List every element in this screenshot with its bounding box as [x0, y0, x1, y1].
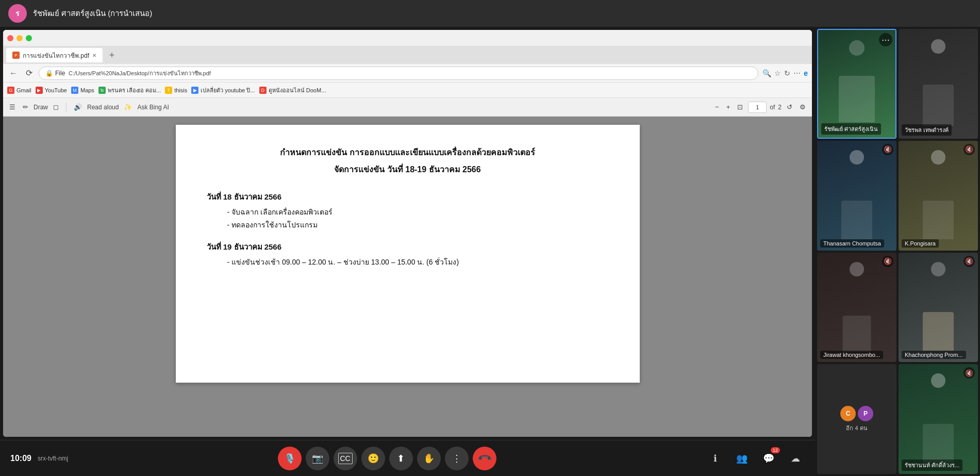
- pdf-toolbar: ☰ ✏ Draw ◻ 🔊 Read aloud ✨ Ask Bing AI − …: [3, 98, 812, 117]
- browser-window: P การแข่งขันไทกวาซีพ.pdf ✕ + ← ⟳ 🔒 File …: [3, 30, 812, 437]
- pdf-page-total: 2: [778, 104, 782, 111]
- address-input[interactable]: 🔒 File C:/Users/Pat%20NaJa/Desktop/การแข…: [39, 67, 758, 80]
- window-maximize-btn[interactable]: [26, 35, 32, 41]
- side-controls: ℹ 👥 💬 12 ☁: [706, 449, 805, 468]
- new-tab-btn[interactable]: +: [105, 48, 119, 62]
- group-label: อีก 4 คน: [846, 423, 867, 433]
- video-mute-icon-5: 🔇: [964, 256, 975, 267]
- end-call-btn[interactable]: 📞: [473, 447, 496, 470]
- bookmark-youtube2[interactable]: ▶ เปลลี่ยตัว youtube ปิ...: [191, 86, 255, 95]
- tab-title: การแข่งขันไทกวาซีพ.pdf: [23, 51, 89, 60]
- mic-btn[interactable]: 🎙️: [278, 447, 302, 470]
- address-separator: [65, 70, 69, 77]
- pdf-eraser-btn[interactable]: ◻: [51, 102, 61, 112]
- browser-menu-btn[interactable]: ⋯: [793, 69, 801, 77]
- pdf-draw-tool-btn[interactable]: ✏: [21, 102, 30, 112]
- pdf-sidebar-btn[interactable]: ☰: [7, 102, 18, 112]
- bookmark-btn[interactable]: ☆: [774, 69, 781, 77]
- pdf-zoom-out-btn[interactable]: −: [713, 102, 721, 112]
- main-area: P การแข่งขันไทกวาซีพ.pdf ✕ + ← ⟳ 🔒 File …: [0, 27, 980, 476]
- tab-close-btn[interactable]: ✕: [92, 53, 96, 58]
- pdf-tab-icon: P: [12, 52, 20, 59]
- tab-bar: P การแข่งขันไทกวาซีพ.pdf ✕ +: [3, 46, 812, 64]
- controls-area: 🎙️ 📷 CC 🙂 ⬆: [278, 447, 496, 470]
- window-minimize-btn[interactable]: [16, 35, 23, 41]
- browser-titlebar: [3, 30, 812, 46]
- info-icon: ℹ: [713, 453, 717, 464]
- address-bar: ← ⟳ 🔒 File C:/Users/Pat%20NaJa/Desktop/ก…: [3, 64, 812, 83]
- pdf-day2-title: วันที่ 19 ธันวาคม 2566: [207, 240, 609, 254]
- presenter-name: รัชพัฒย์ ศาสตร์สูงเนิน (การนำเสนอ): [33, 7, 152, 20]
- window-close-btn[interactable]: [7, 35, 13, 41]
- people-btn[interactable]: 👥: [733, 449, 751, 468]
- edge-icon[interactable]: e: [804, 69, 808, 77]
- present-btn[interactable]: ⬆: [389, 447, 413, 470]
- captions-btn[interactable]: CC: [334, 447, 357, 470]
- info-btn[interactable]: ℹ: [706, 449, 724, 468]
- pdf-rotate-btn[interactable]: ↺: [785, 102, 794, 112]
- camera-icon: 📷: [312, 453, 323, 464]
- video-cell-0[interactable]: ⋯ รัชพัฒย์ ศาสตร์สูงเนิน: [817, 29, 896, 139]
- video-mute-icon-4: 🔇: [882, 256, 893, 267]
- pdf-read-aloud-label: Read aloud: [87, 104, 119, 111]
- meeting-id: srx-tvft-nmj: [38, 455, 68, 462]
- activities-btn[interactable]: ☁: [786, 449, 805, 468]
- chat-icon: 💬: [763, 453, 774, 464]
- address-url: C:/Users/Pat%20NaJa/Desktop/การแข่งขันไท…: [69, 69, 211, 78]
- pdf-page-input[interactable]: [748, 102, 767, 113]
- video-name-4: Jirawat khongsombo...: [820, 351, 883, 359]
- chat-badge: 12: [771, 447, 780, 453]
- group-avatar-1: C: [840, 406, 856, 421]
- chat-btn[interactable]: 💬 12: [759, 449, 778, 468]
- group-avatars: C P: [840, 406, 873, 421]
- video-mute-icon-2: 🔇: [882, 144, 893, 155]
- back-btn[interactable]: ←: [7, 68, 20, 79]
- pdf-day1-item2: - ทดลองการใช้งานโปรแกรม: [227, 219, 609, 232]
- pdf-read-aloud-btn[interactable]: 🔊: [72, 102, 84, 112]
- video-name-5: Khachonphong Prom...: [902, 351, 966, 359]
- more-options-btn[interactable]: ⋮: [445, 447, 469, 470]
- video-cell-3[interactable]: 🔇 K.Pongisara: [899, 141, 978, 251]
- bookmark-gmail[interactable]: G Gmail: [7, 87, 31, 94]
- video-cell-1[interactable]: วัชรพล เทพดำรงค์: [899, 29, 978, 139]
- pdf-fit-btn[interactable]: ⊡: [735, 102, 745, 112]
- raise-hand-btn[interactable]: ✋: [417, 447, 441, 470]
- pdf-day1-title: วันที่ 18 ธันวาคม 2566: [207, 190, 609, 204]
- video-cell-7[interactable]: 🔇 รัชชานนท์ ศักดิ์ล้วงร...: [899, 364, 978, 474]
- pdf-settings-btn[interactable]: ⚙: [798, 102, 808, 112]
- bookmark-thisis[interactable]: T thisis: [165, 87, 187, 94]
- bookmark-youtube[interactable]: ▶ YouTube: [36, 87, 67, 94]
- bookmark-pronpakorn[interactable]: พ พรนคร เลือ๕อ คอม...: [98, 86, 161, 95]
- pdf-day2-item1: - แข่งขันช่วงเช้า 09.00 – 12.00 น. – ช่ว…: [227, 256, 609, 269]
- video-grid: ⋯ รัชพัฒย์ ศาสตร์สูงเนิน วัชรพล เทพดำรงค…: [815, 27, 980, 476]
- pdf-toolbar-sep1: [66, 103, 67, 112]
- video-mute-icon-7: 🔇: [964, 367, 975, 379]
- more-options-icon: ⋮: [452, 453, 461, 464]
- meeting-info: 10:09 srx-tvft-nmj: [10, 454, 68, 463]
- refresh-page-btn[interactable]: ↻: [784, 69, 790, 77]
- pdf-zoom-in-btn[interactable]: +: [724, 102, 733, 112]
- browser-tab-active[interactable]: P การแข่งขันไทกวาซีพ.pdf ✕: [6, 48, 103, 62]
- video-name-0: รัชพัฒย์ ศาสตร์สูงเนิน: [821, 123, 881, 135]
- video-cell-5[interactable]: 🔇 Khachonphong Prom...: [899, 253, 978, 363]
- present-icon: ⬆: [397, 453, 405, 464]
- video-cell-4[interactable]: 🔇 Jirawat khongsombo...: [817, 253, 896, 363]
- address-scheme: File: [55, 70, 65, 77]
- raise-hand-icon: ✋: [423, 453, 435, 464]
- bookmark-maps[interactable]: M Maps: [71, 87, 94, 94]
- pdf-day1-item1: - จับฉลาก เลือกเครื่องคอมพิวเตอร์: [227, 206, 609, 219]
- video-cell-2[interactable]: 🔇 Thanasarn Chomputsa: [817, 141, 896, 251]
- bookmark-doomovie[interactable]: D ดูหนังออนไลน์ DooM...: [259, 86, 326, 95]
- pdf-ask-bing-label: Ask Bing AI: [137, 104, 169, 111]
- camera-btn[interactable]: 📷: [306, 447, 329, 470]
- pdf-content[interactable]: กำหนดการแข่งขัน การออกแบบและเขียนแบบเครื…: [3, 117, 812, 437]
- video-more-btn-0[interactable]: ⋯: [879, 33, 892, 46]
- emoji-btn[interactable]: 🙂: [361, 447, 385, 470]
- pdf-ask-bing-btn[interactable]: ✨: [122, 102, 134, 112]
- avatar: ร: [8, 4, 27, 23]
- people-icon: 👥: [736, 453, 748, 464]
- video-cell-group[interactable]: C P อีก 4 คน: [817, 364, 896, 474]
- reload-btn[interactable]: ⟳: [24, 67, 35, 79]
- video-name-1: วัชรพล เทพดำรงค์: [902, 124, 952, 136]
- search-btn[interactable]: 🔍: [762, 69, 771, 77]
